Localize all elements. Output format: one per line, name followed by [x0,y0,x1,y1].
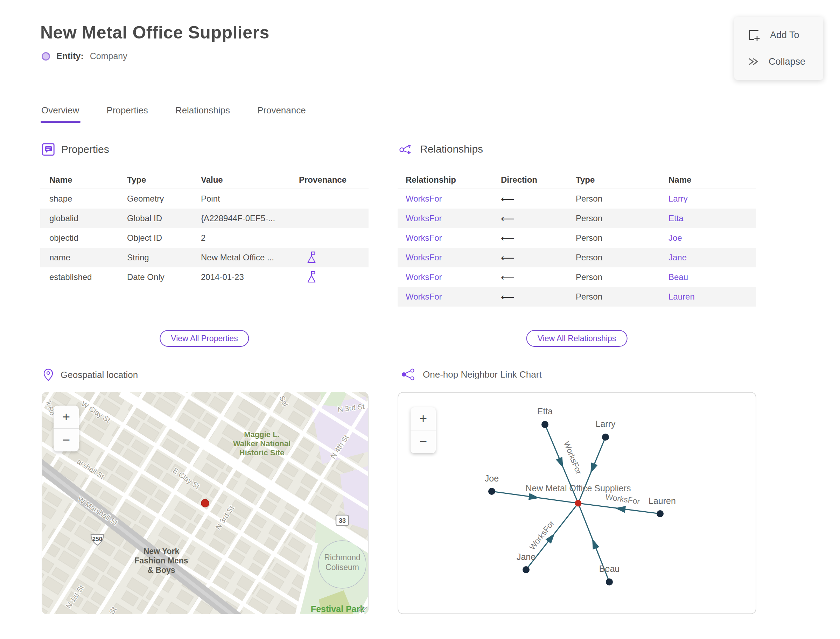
svg-text:New Metal Office Suppliers: New Metal Office Suppliers [525,483,631,493]
double-chevron-right-icon [747,56,759,67]
link-chart-canvas: WorksFor WorksFor WorksFor Etta Larry Jo… [398,393,756,614]
relationship-link[interactable]: WorksFor [406,233,501,243]
direction-arrow: ⟵ [501,213,576,224]
svg-text:Joe: Joe [485,474,499,483]
table-row: globalid Global ID {A228944F-0EF5-... [40,208,369,228]
table-row: WorksFor ⟵ Person Jane [398,248,756,267]
direction-arrow: ⟵ [501,233,576,243]
col-type: Type [127,175,201,185]
zoom-in-button[interactable]: + [54,405,79,428]
properties-icon [41,143,55,156]
svg-text:WorksFor: WorksFor [605,492,641,506]
col-name: Name [668,175,756,185]
entity-details-page: New Metal Office Suppliers Entity: Compa… [0,0,840,639]
table-row: WorksFor ⟵ Person Lauren [398,287,756,307]
tab-properties[interactable]: Properties [107,105,148,123]
provenance-flag-icon[interactable] [306,270,317,284]
basemap: k Ro W Clay St Sal N 3rd St N 4th St ars… [42,392,369,614]
svg-text:WorksFor: WorksFor [562,440,584,475]
entity-type-icon [41,52,50,60]
table-row: shape Geometry Point [40,189,369,208]
properties-section-title: Properties [61,143,109,155]
tab-overview[interactable]: Overview [41,105,79,123]
add-to-icon [747,28,761,42]
add-to-button[interactable]: Add To [734,22,823,48]
svg-text:& Boys: & Boys [147,566,175,575]
graph-node-lauren[interactable] [657,510,663,517]
properties-table: Name Type Value Provenance shape Geometr… [40,171,369,287]
svg-text:Jane: Jane [517,552,536,562]
direction-arrow: ⟵ [501,291,576,302]
entity-link[interactable]: Etta [668,213,756,223]
entity-link[interactable]: Jane [668,253,756,262]
graph-node-larry[interactable] [602,434,609,440]
chart-zoom-control: + − [410,407,436,453]
graph-node-joe[interactable] [488,488,495,495]
relationship-link[interactable]: WorksFor [406,253,501,262]
svg-text:250: 250 [92,536,102,542]
svg-text:Walker National: Walker National [233,439,291,448]
add-to-label: Add To [770,30,799,41]
svg-text:WorksFor: WorksFor [527,519,556,552]
view-all-properties-button[interactable]: View All Properties [160,330,249,347]
table-row: established Date Only 2014-01-23 [40,267,369,287]
entity-link[interactable]: Lauren [668,292,756,302]
svg-text:Richmond: Richmond [324,553,361,562]
entity-row: Entity: Company [41,51,127,61]
svg-text:Larry: Larry [596,419,616,429]
table-row: objectid Object ID 2 [40,228,369,248]
view-all-relationships-button[interactable]: View All Relationships [527,330,628,347]
relationships-table-header: Relationship Direction Type Name [398,171,756,189]
link-chart-section-header: One-hop Neighbor Link Chart [401,368,542,381]
table-row: WorksFor ⟵ Person Joe [398,228,756,248]
table-row: WorksFor ⟵ Person Beau [398,267,756,287]
svg-text:Beau: Beau [599,564,619,574]
direction-arrow: ⟵ [501,252,576,263]
graph-node-jane[interactable] [523,566,530,573]
entity-link[interactable]: Joe [668,233,756,243]
graph-node-center[interactable] [575,500,582,507]
link-chart[interactable]: + − WorksFor [398,392,756,614]
col-type: Type [576,175,668,185]
zoom-out-button[interactable]: − [410,430,436,453]
relationship-link[interactable]: WorksFor [406,292,501,302]
col-provenance: Provenance [299,175,360,185]
link-chart-icon [401,368,416,381]
tab-relationships[interactable]: Relationships [175,105,230,123]
relationship-link[interactable]: WorksFor [406,213,501,223]
collapse-button[interactable]: Collapse [734,48,823,75]
entity-link[interactable]: Beau [668,272,756,282]
geospatial-section-title: Geospatial location [60,370,138,380]
geospatial-map[interactable]: + − [41,392,369,614]
relationship-link[interactable]: WorksFor [406,272,501,282]
table-row: WorksFor ⟵ Person Etta [398,208,756,228]
map-pin-icon [43,368,54,381]
tab-provenance[interactable]: Provenance [257,105,306,123]
relationships-section-header: Relationships [399,143,483,155]
svg-text:Lauren: Lauren [649,496,676,505]
svg-text:Maggie L.: Maggie L. [244,430,279,439]
relationship-link[interactable]: WorksFor [406,194,501,203]
collapse-label: Collapse [768,56,805,67]
col-name: Name [49,175,127,185]
col-value: Value [201,175,299,185]
graph-node-etta[interactable] [541,421,549,428]
svg-text:New York: New York [143,547,180,556]
relationships-icon [399,143,414,155]
entity-label: Entity: [56,51,84,61]
zoom-out-button[interactable]: − [54,428,79,451]
route-33-shield: 33 [336,515,348,526]
link-chart-section-title: One-hop Neighbor Link Chart [423,369,542,380]
provenance-flag-icon[interactable] [306,251,317,264]
graph-node-beau[interactable] [606,579,613,585]
tab-bar: Overview Properties Relationships Proven… [41,105,306,123]
svg-text:Coliseum: Coliseum [326,563,359,572]
location-marker [201,499,209,507]
entity-link[interactable]: Larry [668,194,756,203]
svg-text:Etta: Etta [537,406,553,416]
table-row: WorksFor ⟵ Person Larry [398,189,756,208]
zoom-in-button[interactable]: + [410,407,436,430]
relationships-section-title: Relationships [420,143,483,155]
svg-text:Fashion Mens: Fashion Mens [134,556,188,565]
svg-text:33: 33 [339,517,346,524]
